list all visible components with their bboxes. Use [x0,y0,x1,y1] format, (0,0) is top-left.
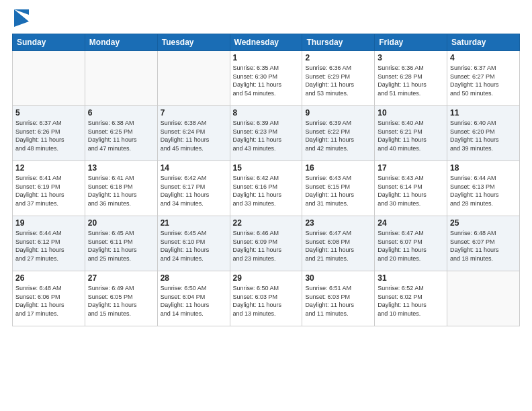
day-number: 14 [161,163,227,173]
table-row [13,51,85,106]
table-row: 26Sunrise: 6:48 AM Sunset: 6:06 PM Dayli… [13,271,85,326]
day-number: 16 [305,163,371,173]
table-row: 7Sunrise: 6:38 AM Sunset: 6:24 PM Daylig… [157,106,230,161]
calendar-week-row: 1Sunrise: 6:35 AM Sunset: 6:30 PM Daylig… [13,51,520,106]
header-wednesday: Wednesday [230,34,302,51]
table-row: 31Sunrise: 6:52 AM Sunset: 6:02 PM Dayli… [375,271,447,326]
day-info: Sunrise: 6:38 AM Sunset: 6:25 PM Dayligh… [88,119,154,152]
day-info: Sunrise: 6:50 AM Sunset: 6:04 PM Dayligh… [161,284,227,318]
day-info: Sunrise: 6:51 AM Sunset: 6:03 PM Dayligh… [305,284,371,318]
day-info: Sunrise: 6:41 AM Sunset: 6:19 PM Dayligh… [15,174,82,208]
page: Sunday Monday Tuesday Wednesday Thursday… [0,0,532,411]
day-number: 17 [378,163,444,173]
table-row: 19Sunrise: 6:44 AM Sunset: 6:12 PM Dayli… [13,216,85,271]
day-number: 24 [378,218,444,228]
table-row: 5Sunrise: 6:37 AM Sunset: 6:26 PM Daylig… [13,106,85,161]
table-row: 20Sunrise: 6:45 AM Sunset: 6:11 PM Dayli… [85,216,157,271]
logo [12,12,29,27]
day-info: Sunrise: 6:37 AM Sunset: 6:26 PM Dayligh… [15,119,82,152]
day-number: 18 [450,163,517,173]
header-saturday: Saturday [447,34,520,51]
day-number: 8 [233,108,300,118]
day-number: 4 [450,53,517,62]
table-row: 9Sunrise: 6:39 AM Sunset: 6:22 PM Daylig… [302,106,375,161]
day-info: Sunrise: 6:45 AM Sunset: 6:11 PM Dayligh… [88,229,154,263]
day-number: 12 [15,163,82,173]
day-number: 28 [161,273,227,283]
table-row: 6Sunrise: 6:38 AM Sunset: 6:25 PM Daylig… [85,106,157,161]
day-info: Sunrise: 6:48 AM Sunset: 6:06 PM Dayligh… [15,284,82,318]
day-number: 25 [450,218,517,228]
table-row: 28Sunrise: 6:50 AM Sunset: 6:04 PM Dayli… [157,271,230,326]
table-row: 3Sunrise: 6:36 AM Sunset: 6:28 PM Daylig… [375,51,447,106]
table-row: 25Sunrise: 6:48 AM Sunset: 6:07 PM Dayli… [447,216,520,271]
day-number: 7 [161,108,227,118]
day-info: Sunrise: 6:36 AM Sunset: 6:29 PM Dayligh… [305,64,371,97]
calendar-week-row: 26Sunrise: 6:48 AM Sunset: 6:06 PM Dayli… [13,271,520,326]
day-info: Sunrise: 6:46 AM Sunset: 6:09 PM Dayligh… [233,229,300,263]
table-row: 17Sunrise: 6:43 AM Sunset: 6:14 PM Dayli… [375,161,447,216]
day-info: Sunrise: 6:47 AM Sunset: 6:08 PM Dayligh… [305,229,371,263]
day-number: 27 [88,273,154,283]
day-info: Sunrise: 6:52 AM Sunset: 6:02 PM Dayligh… [378,284,444,318]
table-row: 15Sunrise: 6:42 AM Sunset: 6:16 PM Dayli… [230,161,302,216]
day-number: 29 [233,273,300,283]
table-row: 2Sunrise: 6:36 AM Sunset: 6:29 PM Daylig… [302,51,375,106]
header-tuesday: Tuesday [157,34,230,51]
day-number: 6 [88,108,154,118]
day-number: 26 [15,273,82,283]
day-info: Sunrise: 6:49 AM Sunset: 6:05 PM Dayligh… [88,284,154,318]
day-number: 5 [15,108,82,118]
table-row: 16Sunrise: 6:43 AM Sunset: 6:15 PM Dayli… [302,161,375,216]
table-row: 30Sunrise: 6:51 AM Sunset: 6:03 PM Dayli… [302,271,375,326]
table-row: 21Sunrise: 6:45 AM Sunset: 6:10 PM Dayli… [157,216,230,271]
day-info: Sunrise: 6:40 AM Sunset: 6:20 PM Dayligh… [450,119,517,152]
day-info: Sunrise: 6:50 AM Sunset: 6:03 PM Dayligh… [233,284,300,318]
day-number: 30 [305,273,371,283]
table-row: 12Sunrise: 6:41 AM Sunset: 6:19 PM Dayli… [13,161,85,216]
table-row [447,271,520,326]
table-row: 18Sunrise: 6:44 AM Sunset: 6:13 PM Dayli… [447,161,520,216]
day-info: Sunrise: 6:48 AM Sunset: 6:07 PM Dayligh… [450,229,517,263]
day-number: 1 [233,53,300,62]
day-number: 19 [15,218,82,228]
table-row: 13Sunrise: 6:41 AM Sunset: 6:18 PM Dayli… [85,161,157,216]
day-number: 20 [88,218,154,228]
day-number: 10 [378,108,444,118]
calendar-table: Sunday Monday Tuesday Wednesday Thursday… [12,34,520,326]
day-info: Sunrise: 6:43 AM Sunset: 6:15 PM Dayligh… [305,174,371,208]
day-info: Sunrise: 6:39 AM Sunset: 6:23 PM Dayligh… [233,119,300,152]
day-info: Sunrise: 6:44 AM Sunset: 6:13 PM Dayligh… [450,174,517,208]
header-sunday: Sunday [13,34,85,51]
day-info: Sunrise: 6:42 AM Sunset: 6:17 PM Dayligh… [161,174,227,208]
day-number: 31 [378,273,444,283]
table-row [157,51,230,106]
header-monday: Monday [85,34,157,51]
day-info: Sunrise: 6:42 AM Sunset: 6:16 PM Dayligh… [233,174,300,208]
header-friday: Friday [375,34,447,51]
day-number: 15 [233,163,300,173]
table-row: 10Sunrise: 6:40 AM Sunset: 6:21 PM Dayli… [375,106,447,161]
day-info: Sunrise: 6:37 AM Sunset: 6:27 PM Dayligh… [450,64,517,97]
header [12,12,520,27]
calendar-week-row: 5Sunrise: 6:37 AM Sunset: 6:26 PM Daylig… [13,106,520,161]
day-number: 22 [233,218,300,228]
day-info: Sunrise: 6:36 AM Sunset: 6:28 PM Dayligh… [378,64,444,97]
table-row: 1Sunrise: 6:35 AM Sunset: 6:30 PM Daylig… [230,51,302,106]
table-row: 11Sunrise: 6:40 AM Sunset: 6:20 PM Dayli… [447,106,520,161]
table-row: 22Sunrise: 6:46 AM Sunset: 6:09 PM Dayli… [230,216,302,271]
day-number: 9 [305,108,371,118]
day-info: Sunrise: 6:35 AM Sunset: 6:30 PM Dayligh… [233,64,300,97]
day-info: Sunrise: 6:44 AM Sunset: 6:12 PM Dayligh… [15,229,82,263]
day-info: Sunrise: 6:43 AM Sunset: 6:14 PM Dayligh… [378,174,444,208]
day-number: 23 [305,218,371,228]
day-info: Sunrise: 6:39 AM Sunset: 6:22 PM Dayligh… [305,119,371,152]
table-row: 23Sunrise: 6:47 AM Sunset: 6:08 PM Dayli… [302,216,375,271]
day-info: Sunrise: 6:38 AM Sunset: 6:24 PM Dayligh… [161,119,227,152]
weekday-header-row: Sunday Monday Tuesday Wednesday Thursday… [13,34,520,51]
day-info: Sunrise: 6:45 AM Sunset: 6:10 PM Dayligh… [161,229,227,263]
table-row: 27Sunrise: 6:49 AM Sunset: 6:05 PM Dayli… [85,271,157,326]
day-number: 13 [88,163,154,173]
table-row: 24Sunrise: 6:47 AM Sunset: 6:07 PM Dayli… [375,216,447,271]
day-info: Sunrise: 6:41 AM Sunset: 6:18 PM Dayligh… [88,174,154,208]
